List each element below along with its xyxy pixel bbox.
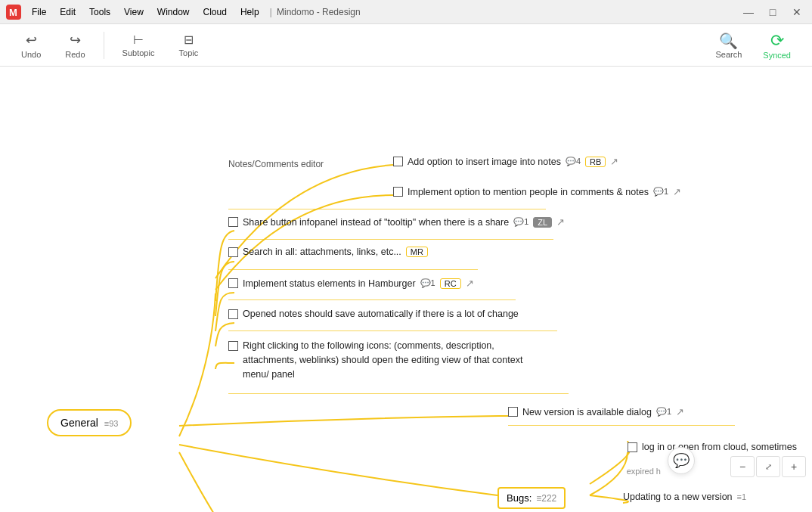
topic-r2[interactable]: log in or open from cloud, sometimes bbox=[628, 442, 797, 452]
toolbar: ↩ Undo ↪ Redo ⊢ Subtopic ⊟ Topic 🔍 Searc… bbox=[0, 24, 812, 67]
section-label: Notes/Comments editor bbox=[228, 159, 324, 169]
general-node[interactable]: General ≡93 bbox=[47, 409, 132, 436]
menu-cloud[interactable]: Cloud bbox=[197, 5, 233, 19]
badge-r1: 💬1 bbox=[656, 407, 671, 417]
divider-r1 bbox=[508, 425, 735, 426]
tag-rc: RC bbox=[440, 278, 461, 289]
topic-t7[interactable]: Right clicking to the following icons: (… bbox=[228, 339, 522, 381]
badge-t5: 💬1 bbox=[420, 278, 435, 288]
subtopic-button[interactable]: ⊢ Subtopic bbox=[113, 29, 164, 61]
synced-label: Synced bbox=[763, 51, 791, 60]
divider-4 bbox=[228, 299, 516, 300]
general-label: General bbox=[60, 417, 98, 429]
minimize-button[interactable]: — bbox=[739, 3, 758, 21]
topic-icon: ⊟ bbox=[184, 33, 194, 47]
undo-button[interactable]: ↩ Undo bbox=[12, 29, 50, 62]
search-button[interactable]: 🔍 Search bbox=[706, 29, 751, 62]
checkbox-r1[interactable] bbox=[508, 407, 518, 417]
checkbox-t2[interactable] bbox=[393, 187, 403, 197]
synced-icon: ⟳ bbox=[770, 31, 784, 51]
link-icon-t1: ↗ bbox=[610, 156, 618, 167]
topic-t6[interactable]: Opened notes should save automatically i… bbox=[228, 309, 519, 319]
svg-text:M: M bbox=[9, 7, 17, 18]
topic-t5[interactable]: Implement status elements in Hamburger 💬… bbox=[228, 278, 474, 289]
link-icon-t3: ↗ bbox=[556, 216, 565, 228]
general-count: ≡93 bbox=[104, 419, 119, 428]
checkbox-t5[interactable] bbox=[228, 278, 238, 288]
checkbox-t1[interactable] bbox=[393, 157, 403, 166]
comment-float-button[interactable]: 💬 bbox=[668, 447, 695, 474]
divider-5 bbox=[228, 330, 557, 331]
bugs-node[interactable]: Bugs: ≡222 bbox=[497, 487, 566, 509]
zoom-controls: − ⤢ + bbox=[730, 456, 806, 477]
comment-icon: 💬 bbox=[673, 452, 690, 469]
checkbox-r2[interactable] bbox=[628, 442, 637, 452]
menu-tools[interactable]: Tools bbox=[83, 5, 116, 19]
menu-view[interactable]: View bbox=[118, 5, 150, 19]
menu-window[interactable]: Window bbox=[151, 5, 196, 19]
topic-text-t3: Share button infopanel instead of "toolt… bbox=[243, 217, 509, 228]
tag-rb: RB bbox=[585, 157, 606, 167]
redo-icon: ↪ bbox=[70, 32, 81, 48]
divider-3 bbox=[228, 269, 478, 270]
updating-node[interactable]: Updating to a new version ≡1 bbox=[623, 492, 746, 502]
checkbox-t6[interactable] bbox=[228, 309, 238, 319]
divider-2 bbox=[228, 239, 553, 240]
badge-t2: 💬1 bbox=[653, 187, 668, 197]
bugs-label: Bugs: bbox=[507, 492, 532, 504]
menu-file[interactable]: File bbox=[26, 5, 52, 19]
app-logo: M bbox=[6, 5, 21, 20]
updating-count: ≡1 bbox=[737, 492, 747, 501]
maximize-button[interactable]: □ bbox=[764, 3, 782, 21]
topic-label: Topic bbox=[179, 48, 199, 57]
zoom-plus-button[interactable]: + bbox=[782, 456, 806, 477]
toolbar-right: 🔍 Search ⟳ Synced bbox=[706, 28, 800, 63]
topic-text-t7: Right clicking to the following icons: (… bbox=[243, 339, 522, 381]
badge-t3: 💬1 bbox=[513, 217, 528, 227]
search-icon: 🔍 bbox=[719, 32, 738, 50]
menu-bar: File Edit Tools View Window Cloud Help bbox=[26, 5, 265, 19]
synced-button[interactable]: ⟳ Synced bbox=[754, 28, 800, 63]
toolbar-divider-1 bbox=[104, 32, 104, 59]
link-icon-t5: ↗ bbox=[466, 278, 474, 289]
topic-t4[interactable]: Search in all: attachments, links, etc..… bbox=[228, 247, 428, 257]
updating-text: Updating to a new version bbox=[623, 492, 733, 502]
undo-label: Undo bbox=[21, 50, 41, 59]
divider-1 bbox=[228, 209, 546, 209]
topic-t2[interactable]: Implement option to mention people in co… bbox=[393, 186, 681, 197]
topic-t3[interactable]: Share button infopanel instead of "toolt… bbox=[228, 216, 565, 228]
subtopic-icon: ⊢ bbox=[133, 33, 144, 47]
topic-text-t5: Implement status elements in Hamburger bbox=[243, 278, 416, 289]
menu-edit[interactable]: Edit bbox=[54, 5, 82, 19]
tag-zl: ZL bbox=[533, 217, 552, 228]
canvas-area: Notes/Comments editor Add option to inse… bbox=[0, 67, 812, 512]
window-controls: — □ ✕ bbox=[739, 3, 806, 21]
topic-text-t1: Add option to insert image into notes bbox=[408, 157, 561, 167]
link-icon-t2: ↗ bbox=[673, 186, 681, 197]
divider-6 bbox=[228, 393, 569, 394]
close-button[interactable]: ✕ bbox=[788, 3, 806, 21]
checkbox-t7[interactable] bbox=[228, 341, 238, 351]
redo-button[interactable]: ↪ Redo bbox=[56, 29, 94, 62]
topic-t1[interactable]: Add option to insert image into notes 💬4… bbox=[393, 156, 618, 167]
zoom-minus-button[interactable]: − bbox=[730, 456, 755, 477]
tag-mr: MR bbox=[406, 247, 428, 257]
menu-help[interactable]: Help bbox=[234, 5, 265, 19]
redo-label: Redo bbox=[65, 50, 85, 59]
topic-text-t4: Search in all: attachments, links, etc..… bbox=[243, 247, 401, 257]
checkbox-t3[interactable] bbox=[228, 217, 238, 227]
topic-r1[interactable]: New version is available dialog 💬1 ↗ bbox=[508, 406, 684, 417]
link-icon-r1: ↗ bbox=[676, 406, 684, 417]
bugs-count: ≡222 bbox=[536, 493, 556, 504]
undo-icon: ↩ bbox=[26, 32, 37, 48]
topic-text-r2: log in or open from cloud, sometimes bbox=[642, 442, 797, 452]
topic-text-r1: New version is available dialog bbox=[522, 407, 652, 417]
checkbox-t4[interactable] bbox=[228, 247, 238, 257]
badge-t1: 💬4 bbox=[566, 157, 581, 166]
zoom-reset-button[interactable]: ⤢ bbox=[756, 456, 780, 477]
app-title: Mindomo - Redesign bbox=[277, 7, 361, 17]
topic-text-t6: Opened notes should save automatically i… bbox=[243, 309, 519, 319]
title-bar: M File Edit Tools View Window Cloud Help… bbox=[0, 0, 812, 24]
expired-label: expired h bbox=[627, 467, 661, 476]
topic-button[interactable]: ⊟ Topic bbox=[169, 29, 207, 61]
